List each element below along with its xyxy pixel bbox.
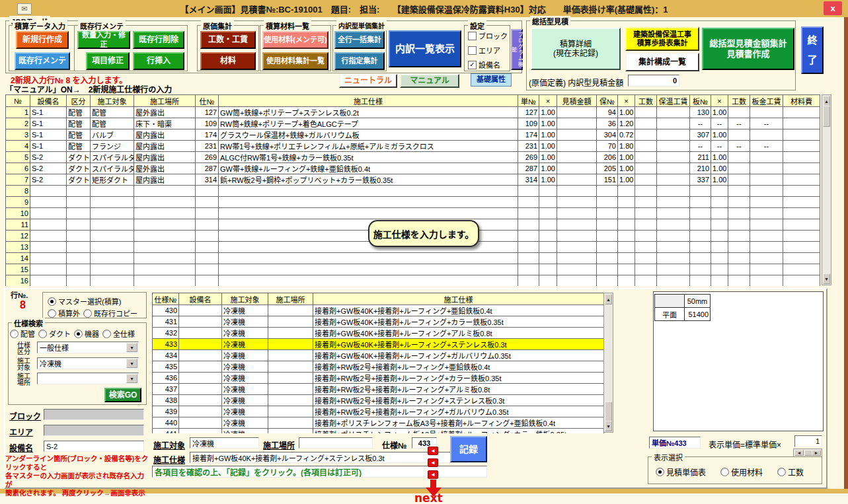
table-cell[interactable] [196, 242, 219, 253]
table-cell[interactable]: 434 [153, 350, 179, 361]
table-cell[interactable]: 211 [690, 152, 711, 163]
table-cell[interactable] [134, 219, 196, 231]
table-cell[interactable] [518, 231, 539, 242]
table-cell[interactable] [635, 141, 657, 152]
table-cell[interactable] [618, 231, 635, 242]
table-cell[interactable]: 436 [153, 373, 179, 384]
table-cell[interactable]: -- [728, 118, 750, 129]
table-cell[interactable]: -- [750, 118, 783, 129]
table-cell[interactable] [657, 253, 690, 264]
table-cell[interactable] [268, 350, 313, 361]
table-cell[interactable]: 1.00 [618, 152, 635, 163]
table-cell[interactable]: 4 [6, 141, 30, 152]
table-cell[interactable] [711, 208, 728, 219]
form-spec-link[interactable]: 施工仕様 [153, 454, 185, 465]
table-cell[interactable] [518, 197, 539, 208]
zairyo-button[interactable]: 材料 [200, 52, 256, 70]
table-cell[interactable] [179, 328, 222, 339]
table-cell[interactable] [91, 253, 134, 264]
table-cell[interactable] [783, 152, 820, 163]
table-cell[interactable]: 307 [690, 129, 711, 141]
table-cell[interactable]: 接着剤+RW板2号+接着剤+ルーフィング+亜鉛鉄板0.4t [313, 361, 604, 373]
table-cell[interactable]: 屋内露出 [134, 141, 196, 152]
table-cell[interactable]: 配管 [91, 118, 134, 129]
estimate-empty-row[interactable]: 14 [6, 253, 820, 264]
table-cell[interactable]: 矩形ダクト [91, 174, 134, 186]
table-cell[interactable] [91, 231, 134, 242]
table-cell[interactable]: 1.00 [711, 152, 728, 163]
table-cell[interactable] [557, 141, 597, 152]
estimate-empty-row[interactable]: 10 [6, 208, 820, 219]
table-cell[interactable] [134, 264, 196, 275]
table-cell[interactable] [728, 152, 750, 163]
table-cell[interactable] [690, 219, 711, 231]
table-cell[interactable] [711, 231, 728, 242]
table-cell[interactable] [539, 264, 557, 275]
table-cell[interactable]: ダクト [67, 163, 91, 174]
table-cell[interactable] [196, 253, 219, 264]
table-cell[interactable] [518, 253, 539, 264]
table-cell[interactable]: スパイラルダクト [91, 152, 134, 163]
table-cell[interactable] [539, 275, 557, 287]
table-cell[interactable]: 13 [6, 242, 30, 253]
table-cell[interactable] [657, 152, 690, 163]
table-cell[interactable] [30, 219, 67, 231]
radio-icon[interactable] [720, 468, 729, 476]
table-cell[interactable] [30, 264, 67, 275]
table-cell[interactable] [728, 197, 750, 208]
chevron-down-icon[interactable]: ▼ [126, 374, 137, 383]
table-cell[interactable]: 1.00 [618, 163, 635, 174]
table-cell[interactable] [219, 197, 518, 208]
table-cell[interactable] [783, 174, 820, 186]
table-cell[interactable]: 冷凍機 [222, 305, 268, 316]
table-cell[interactable]: 屋内露出 [134, 174, 196, 186]
table-cell[interactable] [750, 231, 783, 242]
table-cell[interactable] [657, 264, 690, 275]
table-cell[interactable] [518, 242, 539, 253]
table-cell[interactable] [783, 208, 820, 219]
table-cell[interactable]: -- [711, 141, 728, 152]
table-cell[interactable] [711, 186, 728, 197]
table-cell[interactable] [179, 406, 222, 417]
chevron-down-icon[interactable]: ▼ [126, 343, 137, 352]
table-cell[interactable]: -- [711, 118, 728, 129]
table-cell[interactable] [657, 141, 690, 152]
soukatsu-mitsumori-button[interactable]: 総括型見積金額集計 見積書作成 [702, 28, 794, 70]
table-cell[interactable] [690, 264, 711, 275]
manual-button[interactable]: マニュアル [400, 74, 459, 88]
table-cell[interactable] [783, 231, 820, 242]
table-cell[interactable] [657, 231, 690, 242]
table-cell[interactable]: 127 [518, 107, 539, 118]
radio-duct[interactable]: ダクト [38, 328, 71, 339]
table-cell[interactable] [783, 107, 820, 118]
table-cell[interactable] [618, 197, 635, 208]
table-cell[interactable] [750, 152, 783, 163]
spec-row[interactable]: 431冷凍機接着剤+GW板40K+接着剤+ルーフィング+カラー鉄板0.35t [153, 316, 604, 328]
table-cell[interactable] [657, 107, 690, 118]
table-cell[interactable] [635, 208, 657, 219]
scroll-up-icon[interactable]: ▲ [605, 294, 612, 305]
table-cell[interactable] [597, 264, 618, 275]
chevron-down-icon[interactable]: ▼ [126, 359, 137, 368]
table-cell[interactable] [557, 107, 597, 118]
table-cell[interactable]: 接着剤+RW板2号+接着剤+ルーフィング+ガルバリウム0.35t [313, 406, 604, 417]
table-cell[interactable]: 接着剤+RW板2号+接着剤+ルーフィング+ステンレス板0.3t [313, 395, 604, 406]
estimate-empty-row[interactable]: 15 [6, 264, 820, 275]
close-button[interactable]: x [824, 1, 842, 15]
radio-icon[interactable] [48, 297, 56, 306]
table-cell[interactable] [539, 253, 557, 264]
table-cell[interactable] [268, 305, 313, 316]
table-cell[interactable] [690, 197, 711, 208]
table-cell[interactable] [635, 186, 657, 197]
table-cell[interactable] [657, 129, 690, 141]
table-cell[interactable] [728, 163, 750, 174]
table-cell[interactable] [268, 395, 313, 406]
table-cell[interactable]: 109 [196, 118, 219, 129]
table-cell[interactable] [219, 275, 518, 287]
table-cell[interactable]: 337 [690, 174, 711, 186]
table-cell[interactable]: 174 [518, 129, 539, 141]
table-cell[interactable]: 1.80 [618, 141, 635, 152]
stepper-right-icon[interactable]: ► [812, 450, 821, 456]
table-cell[interactable] [134, 186, 196, 197]
record-button[interactable]: 記録 [450, 436, 487, 462]
